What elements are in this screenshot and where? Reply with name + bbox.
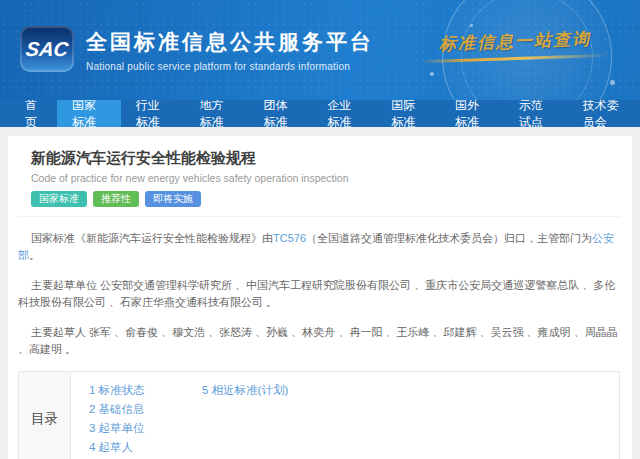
nav-item-international-standards[interactable]: 国际标准 (376, 100, 440, 127)
catalog-items: 1 标准状态 2 基础信息 3 起草单位 4 起草人 5 相近标准(计划) (71, 372, 288, 459)
standard-title-english: Code of practice for new energy vehicles… (31, 172, 620, 184)
standard-intro-paragraph: 国家标准《新能源汽车运行安全性能检验规程》由TC576（全国道路交通管理标准化技… (18, 230, 620, 264)
decor-dot (610, 80, 615, 85)
standard-detail-card: 新能源汽车运行安全性能检验规程 Code of practice for new… (8, 136, 632, 459)
catalog-link-basic-info[interactable]: 2 基础信息 (89, 400, 202, 419)
tag-recommended: 推荐性 (93, 191, 139, 207)
nav-item-foreign-standards[interactable]: 国外标准 (440, 100, 504, 127)
standard-header: 新能源汽车运行安全性能检验规程 Code of practice for new… (18, 144, 620, 207)
header-slogan: 标准信息一站查询 (420, 30, 610, 60)
sac-logo-text: SAC (24, 38, 69, 61)
main-nav: 首页 国家标准 行业标准 地方标准 团体标准 企业标准 国际标准 国外标准 示范… (0, 100, 640, 127)
slogan-text: 标准信息一站查询 (420, 27, 611, 57)
decor-dot (470, 24, 473, 27)
catalog-link-standard-status[interactable]: 1 标准状态 (89, 381, 202, 400)
drafters-paragraph: 主要起草人 张军 、俞春俊 、穆文浩 、张怒涛 、孙巍 、林奕舟 、冉一阳 、王… (18, 324, 620, 358)
nav-item-local-standards[interactable]: 地方标准 (185, 100, 249, 127)
sac-logo: SAC (20, 26, 74, 72)
nav-item-national-standards[interactable]: 国家标准 (57, 100, 121, 127)
nav-item-home[interactable]: 首页 (10, 100, 57, 127)
catalog-column-1: 1 标准状态 2 基础信息 3 起草单位 4 起草人 (89, 381, 202, 457)
standard-tags: 国家标准 推荐性 即将实施 (31, 191, 620, 207)
divider (18, 216, 620, 217)
drafting-units-paragraph: 主要起草单位 公安部交通管理科学研究所 、中国汽车工程研究院股份有限公司 、重庆… (18, 277, 620, 311)
tag-national-standard: 国家标准 (31, 191, 87, 207)
catalog-link-drafters[interactable]: 4 起草人 (89, 438, 202, 457)
site-title-block: 全国标准信息公共服务平台 National public service pla… (86, 28, 374, 72)
catalog-column-2: 5 相近标准(计划) (202, 381, 288, 457)
site-header: SAC 全国标准信息公共服务平台 National public service… (0, 0, 640, 100)
intro-text-pre: 国家标准《新能源汽车运行安全性能检验规程》由 (31, 232, 273, 244)
nav-item-group-standards[interactable]: 团体标准 (248, 100, 312, 127)
tc576-link[interactable]: TC576 (273, 232, 306, 244)
nav-item-industry-standards[interactable]: 行业标准 (121, 100, 185, 127)
nav-item-pilot-demo[interactable]: 示范试点 (504, 100, 568, 127)
catalog-label: 目录 (19, 372, 71, 459)
decor-dot (430, 72, 434, 76)
catalog-box: 目录 1 标准状态 2 基础信息 3 起草单位 4 起草人 5 相近标准(计划) (18, 371, 620, 459)
intro-text-mid: （全国道路交通管理标准化技术委员会）归口，主管部门为 (306, 232, 592, 244)
standard-title: 新能源汽车运行安全性能检验规程 (31, 144, 620, 168)
tag-upcoming-implementation: 即将实施 (145, 191, 201, 207)
catalog-link-similar-standards[interactable]: 5 相近标准(计划) (202, 381, 288, 400)
site-subtitle: National public service platform for sta… (86, 61, 374, 72)
nav-item-technical-committees[interactable]: 技术委员会 (568, 100, 640, 127)
site-title: 全国标准信息公共服务平台 (86, 28, 374, 56)
intro-text-post: 。 (29, 249, 40, 261)
nav-item-enterprise-standards[interactable]: 企业标准 (312, 100, 376, 127)
catalog-link-drafting-units[interactable]: 3 起草单位 (89, 419, 202, 438)
